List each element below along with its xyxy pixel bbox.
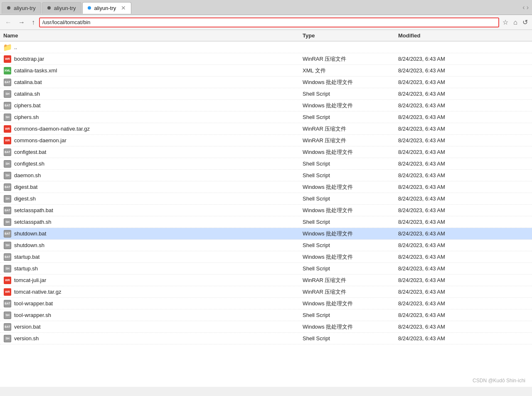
next-tab-icon[interactable]: › xyxy=(527,4,529,11)
table-row[interactable]: 📁.. xyxy=(0,42,532,53)
table-row[interactable]: SHciphers.shShell Script8/24/2023, 6:43 … xyxy=(0,111,532,123)
table-row[interactable]: BATcatalina.batWindows 批处理文件8/24/2023, 6… xyxy=(0,77,532,88)
table-row[interactable]: SHshutdown.shShell Script8/24/2023, 6:43… xyxy=(0,240,532,251)
sh-icon: SH xyxy=(4,218,11,226)
sh-icon: SH xyxy=(4,242,11,249)
refresh-icon[interactable]: ↺ xyxy=(521,17,530,28)
xml-icon: XML xyxy=(4,67,11,74)
table-row[interactable]: SHcatalina.shShell Script8/24/2023, 6:43… xyxy=(0,88,532,100)
file-type: Shell Script xyxy=(303,161,398,167)
file-modified: 8/24/2023, 6:43 AM xyxy=(398,102,529,109)
up-button[interactable]: ↑ xyxy=(29,17,37,28)
bat-icon: BAT xyxy=(4,207,11,214)
file-name: catalina.bat xyxy=(14,79,303,85)
file-type: Shell Script xyxy=(303,312,398,318)
table-row[interactable]: BATciphers.batWindows 批处理文件8/24/2023, 6:… xyxy=(0,100,532,111)
column-headers: Name Type Modified xyxy=(0,30,532,42)
tab-3[interactable]: aliyun-try ✕ xyxy=(82,2,132,14)
col-header-type[interactable]: Type xyxy=(303,32,398,39)
table-row[interactable]: SHdigest.shShell Script8/24/2023, 6:43 A… xyxy=(0,193,532,205)
tab-3-label: aliyun-try xyxy=(94,5,116,11)
file-name: bootstrap.jar xyxy=(14,56,303,62)
table-row[interactable]: WRcommons-daemon.jarWinRAR 压缩文件8/24/2023… xyxy=(0,135,532,146)
file-icon: SH xyxy=(3,265,12,273)
sh-icon: SH xyxy=(4,195,11,203)
table-row[interactable]: BATshutdown.batWindows 批处理文件8/24/2023, 6… xyxy=(0,228,532,240)
file-icon: BAT xyxy=(3,148,12,156)
file-modified: 8/24/2023, 6:43 AM xyxy=(398,265,529,272)
file-name: digest.sh xyxy=(14,196,303,202)
table-row[interactable]: SHstartup.shShell Script8/24/2023, 6:43 … xyxy=(0,263,532,275)
file-type: Windows 批处理文件 xyxy=(303,79,398,86)
home-icon[interactable]: ⌂ xyxy=(512,17,519,28)
file-modified: 8/24/2023, 6:43 AM xyxy=(398,114,529,120)
table-row[interactable]: SHconfigtest.shShell Script8/24/2023, 6:… xyxy=(0,158,532,170)
file-type: WinRAR 压缩文件 xyxy=(303,55,398,63)
file-type: Windows 批处理文件 xyxy=(303,230,398,238)
file-type: WinRAR 压缩文件 xyxy=(303,137,398,144)
sh-icon: SH xyxy=(4,160,11,168)
tab-2[interactable]: aliyun-try xyxy=(42,2,81,14)
bat-icon: BAT xyxy=(4,300,11,307)
col-header-modified[interactable]: Modified xyxy=(398,32,529,39)
table-row[interactable]: SHsetclasspath.shShell Script8/24/2023, … xyxy=(0,216,532,228)
file-modified: 8/24/2023, 6:43 AM xyxy=(398,207,529,213)
file-icon: SH xyxy=(3,334,12,343)
file-type: Windows 批处理文件 xyxy=(303,183,398,191)
table-row[interactable]: BATstartup.batWindows 批处理文件8/24/2023, 6:… xyxy=(0,251,532,263)
table-row[interactable]: BATsetclasspath.batWindows 批处理文件8/24/202… xyxy=(0,205,532,216)
file-icon: BAT xyxy=(3,299,12,308)
table-row[interactable]: WRtomcat-native.tar.gzWinRAR 压缩文件8/24/20… xyxy=(0,286,532,298)
folder-icon: 📁 xyxy=(3,43,12,52)
back-button[interactable]: ← xyxy=(2,17,14,28)
file-name: tomcat-native.tar.gz xyxy=(14,289,303,295)
file-modified: 8/24/2023, 6:43 AM xyxy=(398,184,529,190)
file-name: ciphers.sh xyxy=(14,114,303,120)
file-modified: 8/24/2023, 6:43 AM xyxy=(398,196,529,202)
file-icon: BAT xyxy=(3,206,12,215)
tab-3-close[interactable]: ✕ xyxy=(121,5,126,11)
table-row[interactable]: WRcommons-daemon-native.tar.gzWinRAR 压缩文… xyxy=(0,123,532,135)
file-name: commons-daemon.jar xyxy=(14,137,303,144)
tab-nav-arrows: ‹ › xyxy=(522,4,530,11)
file-name: daemon.sh xyxy=(14,172,303,178)
table-row[interactable]: BATconfigtest.batWindows 批处理文件8/24/2023,… xyxy=(0,146,532,158)
file-name: commons-daemon-native.tar.gz xyxy=(14,126,303,132)
tab-1[interactable]: aliyun-try xyxy=(2,2,41,14)
table-row[interactable]: SHdaemon.shShell Script8/24/2023, 6:43 A… xyxy=(0,170,532,181)
file-name: configtest.bat xyxy=(14,149,303,155)
file-modified: 8/24/2023, 6:43 AM xyxy=(398,230,529,237)
file-modified: 8/24/2023, 6:43 AM xyxy=(398,91,529,97)
address-bar[interactable] xyxy=(39,17,499,27)
prev-tab-icon[interactable]: ‹ xyxy=(522,4,525,11)
bat-icon: BAT xyxy=(4,79,11,86)
file-type: XML 文件 xyxy=(303,67,398,74)
file-icon: SH xyxy=(3,195,12,203)
file-type: Shell Script xyxy=(303,196,398,202)
table-row[interactable]: BATdigest.batWindows 批处理文件8/24/2023, 6:4… xyxy=(0,181,532,193)
table-row[interactable]: SHtool-wrapper.shShell Script8/24/2023, … xyxy=(0,309,532,321)
sh-icon: SH xyxy=(4,335,11,342)
table-row[interactable]: WRbootstrap.jarWinRAR 压缩文件8/24/2023, 6:4… xyxy=(0,53,532,65)
winrar-icon: WR xyxy=(4,288,11,296)
bat-icon: BAT xyxy=(4,102,11,109)
col-header-name[interactable]: Name xyxy=(3,32,303,39)
winrar-icon: WR xyxy=(4,125,11,133)
table-row[interactable]: WRtomcat-juli.jarWinRAR 压缩文件8/24/2023, 6… xyxy=(0,275,532,286)
file-icon: 📁 xyxy=(3,43,12,52)
file-name: tool-wrapper.bat xyxy=(14,300,303,307)
bookmark-icon[interactable]: ☆ xyxy=(501,17,510,28)
file-icon: BAT xyxy=(3,323,12,331)
table-row[interactable]: BATtool-wrapper.batWindows 批处理文件8/24/202… xyxy=(0,298,532,309)
file-type: Shell Script xyxy=(303,219,398,225)
file-icon: WR xyxy=(3,288,12,296)
file-modified: 8/24/2023, 6:43 AM xyxy=(398,56,529,62)
table-row[interactable]: SHversion.shShell Script8/24/2023, 6:43 … xyxy=(0,333,532,344)
table-row[interactable]: BATversion.batWindows 批处理文件8/24/2023, 6:… xyxy=(0,321,532,333)
bat-icon: BAT xyxy=(4,183,11,191)
file-type: WinRAR 压缩文件 xyxy=(303,277,398,284)
table-row[interactable]: XMLcatalina-tasks.xmlXML 文件8/24/2023, 6:… xyxy=(0,65,532,77)
file-name: shutdown.bat xyxy=(14,230,303,237)
forward-button[interactable]: → xyxy=(16,17,27,28)
file-name: tool-wrapper.sh xyxy=(14,312,303,318)
